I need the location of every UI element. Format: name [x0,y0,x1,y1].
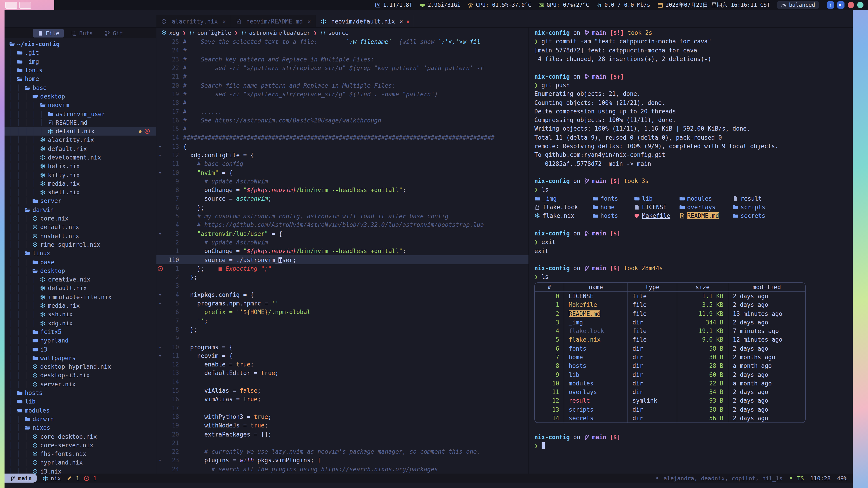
tree-item-darwin[interactable]: ││darwin [4,415,156,424]
explorer-tab-Git[interactable]: Git [100,29,127,37]
tree-item-hyprland[interactable]: │││hyprland [4,336,156,345]
ls-entry-flake.lock[interactable]: flake.lock [534,204,592,210]
ls-entry-scripts[interactable]: scripts [733,204,765,210]
tree-item-fonts[interactable]: │fonts [4,66,156,75]
tree-item-core.nix[interactable]: │││core.nix [4,214,156,223]
tree-item-nixos[interactable]: ││nixos [4,423,156,432]
breadcrumb-item-astronvim-lua-user[interactable]: astronvim/lua/user [241,29,310,36]
tree-item-xdg.nix[interactable]: ││││xdg.nix [4,319,156,328]
ls-entry-lib[interactable]: lib [634,195,679,202]
tree-item-default.nix[interactable]: ││││default.nix [4,284,156,293]
fold-column[interactable]: ▾ [156,231,164,236]
tree-item-astronvim_user[interactable]: │││││astronvim_user [4,109,156,119]
fold-column[interactable]: ▾ [156,458,164,463]
ls-entry-home[interactable]: home [592,204,634,210]
tree-item-alacritty.nix[interactable]: ││││alacritty.nix [4,136,156,144]
tree-item-darwin[interactable]: ││darwin [4,205,156,214]
workspace-1[interactable] [5,2,17,8]
file-tree[interactable]: ~/nix-config│.git│_img│fonts│home││base│… [4,38,156,474]
terminal-pane[interactable]: nix-config on main [$!] took 2s❯ git com… [528,28,852,474]
breadcrumb-item-configFile[interactable]: configFile [189,29,231,36]
ls-entry-hosts[interactable]: hosts [592,213,634,219]
tree-item-core-desktop.nix[interactable]: │││core-desktop.nix [4,432,156,441]
tree-item-README.md[interactable]: │││││README.md [4,118,156,127]
tree-item-.git[interactable]: │.git [4,48,156,57]
tree-item-nushell.nix[interactable]: │││nushell.nix [4,232,156,240]
tree-item-helix.nix[interactable]: ││││helix.nix [4,162,156,170]
tree-item-server.nix[interactable]: │││server.nix [4,380,156,389]
explorer-tab-Bufs[interactable]: Bufs [66,29,97,37]
ls-entry-flake.nix[interactable]: flake.nix [534,213,592,219]
tree-item-hosts[interactable]: │hosts [4,389,156,397]
ls-entry-result[interactable]: result [733,195,762,202]
tree-item-~/nix-config[interactable]: ~/nix-config [4,40,156,48]
workspace-2[interactable] [20,2,31,8]
code-area[interactable]: 25# Save the selected text to a file: `:… [156,37,528,474]
tree-item-creative.nix[interactable]: ││││creative.nix [4,275,156,284]
folder-icon [17,59,23,64]
tree-item-i3[interactable]: │││i3 [4,345,156,354]
breadcrumb-item-xdg[interactable]: xdg [161,29,179,36]
tree-item-desktop[interactable]: │││desktop [4,92,156,101]
tab-alacritty.nix[interactable]: alacritty.nix× [156,15,231,27]
fold-column[interactable]: ▾ [156,345,164,350]
tree-item-_img[interactable]: │_img [4,57,156,66]
tree-item-ssh.nix[interactable]: ││││ssh.nix [4,310,156,319]
tree-item-rime-squirrel.nix[interactable]: │││rime-squirrel.nix [4,240,156,249]
close-icon[interactable]: × [399,18,403,25]
tree-item-modules[interactable]: │modules [4,406,156,415]
explorer-tab-File[interactable]: File [33,29,64,37]
tab-neovim/default.nix[interactable]: neovim/default.nix×● [316,15,414,27]
fold-column[interactable]: ▾ [156,153,164,158]
tree-item-default.nix[interactable]: │││default.nix [4,223,156,232]
tree-item-media.nix[interactable]: ││││media.nix [4,301,156,310]
tab-neovim/README.md[interactable]: neovim/README.md× [231,15,316,27]
tree-item-i3.nix[interactable]: │││i3.nix [4,467,156,474]
close-icon[interactable]: × [307,18,311,25]
tree-item-desktop[interactable]: │││desktop [4,266,156,275]
volume-tray[interactable] [837,1,844,8]
tree-item-fcitx5[interactable]: │││fcitx5 [4,328,156,336]
close-icon[interactable]: × [222,18,226,25]
tree-item-label: xdg.nix [48,320,73,326]
tree-item-linux[interactable]: ││linux [4,249,156,258]
tray-app-teal[interactable] [857,2,864,8]
tree-item-server[interactable]: │││server [4,197,156,205]
tree-item-development.nix[interactable]: ││││development.nix [4,153,156,162]
tree-item-lib[interactable]: │lib [4,397,156,406]
ls-entry-fonts[interactable]: fonts [592,195,634,202]
tree-item-wallpapers[interactable]: │││wallpapers [4,354,156,362]
ls-entry-LICENSE[interactable]: LICENSE [634,204,679,210]
tree-item-shell.nix[interactable]: ││││shell.nix [4,188,156,197]
tree-item-media.nix[interactable]: ││││media.nix [4,180,156,188]
indent-guide: │ [24,346,32,353]
ls-entry-_img[interactable]: _img [534,195,592,202]
tree-item-hyprland.nix[interactable]: │││hyprland.nix [4,458,156,467]
tree-item-kitty.nix[interactable]: ││││kitty.nix [4,170,156,180]
tree-item-home[interactable]: │home [4,74,156,84]
tree-item-default.nix[interactable]: │││││default.nix● [4,127,156,136]
tree-item-immutable-file.nix[interactable]: ││││immutable-file.nix [4,293,156,301]
tree-item-base[interactable]: │││base [4,258,156,267]
ls-entry-README.md[interactable]: README.md [679,213,733,219]
tray-app-red[interactable] [848,2,854,8]
ls-entry-secrets[interactable]: secrets [733,213,765,219]
fold-column[interactable]: ▾ [156,292,164,297]
tree-item-fhs-fonts.nix[interactable]: │││fhs-fonts.nix [4,450,156,458]
fold-column[interactable]: ▾ [156,353,164,358]
tree-item-neovim[interactable]: ││││neovim [4,101,156,109]
editor-pane[interactable]: xdg❯configFile❯astronvim/lua/user❯source… [156,28,528,474]
tree-item-default.nix[interactable]: ││││default.nix [4,144,156,153]
tree-item-base[interactable]: ││base [4,84,156,92]
fold-column[interactable]: ▾ [156,301,164,306]
ls-entry-overlays[interactable]: overlays [679,204,733,210]
breadcrumb-item-source[interactable]: source [320,29,348,36]
ls-entry-modules[interactable]: modules [679,195,733,202]
ls-entry-Makefile[interactable]: Makefile [634,213,679,219]
tree-item-desktop-i3.nix[interactable]: │││desktop-i3.nix [4,371,156,380]
tree-item-core-server.nix[interactable]: │││core-server.nix [4,441,156,450]
tree-item-desktop-hyprland.nix[interactable]: │││desktop-hyprland.nix [4,362,156,371]
bluetooth-tray[interactable]: ᛒ [827,1,834,8]
fold-column[interactable]: ▾ [156,170,164,175]
fold-column[interactable]: ▾ [156,144,164,149]
